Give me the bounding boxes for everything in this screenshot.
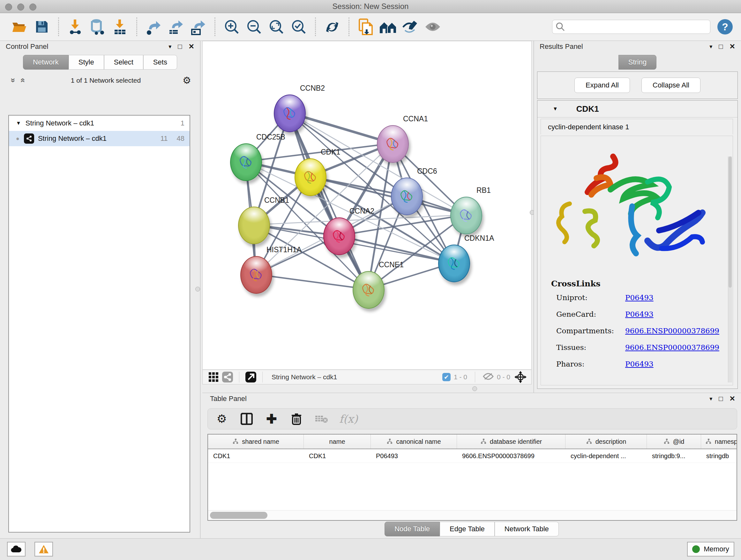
splitter-handle[interactable]	[472, 386, 477, 391]
network-collection-row[interactable]: ▼ String Network – cdk1 1	[9, 116, 190, 131]
help-button[interactable]: ?	[718, 19, 733, 35]
network-row[interactable]: ● String Network – cdk1 11 48	[9, 131, 190, 146]
collapse-all-networks-icon[interactable]: »	[17, 78, 27, 82]
delete-column-trash-icon[interactable]	[289, 412, 304, 426]
table-panel-splitter[interactable]	[202, 384, 532, 393]
network-edge[interactable]	[256, 274, 368, 289]
apply-layout-icon[interactable]	[323, 18, 341, 36]
selected-items-checkbox[interactable]: ✔	[442, 373, 451, 381]
section-expander-icon[interactable]: ▼	[553, 106, 558, 112]
close-window-button[interactable]	[5, 3, 12, 10]
crosslink-compartments-link[interactable]: 9606.ENSP00000378699	[625, 327, 719, 335]
tab-string[interactable]: String	[618, 55, 657, 70]
node-navigation-crosshair-icon[interactable]	[514, 370, 528, 384]
network-canvas[interactable]: CCNB2CCNA1CDC25BCDK1CDC6RB1CCNB1CCNA2CDK…	[202, 41, 532, 370]
network-node-CCNA1[interactable]	[377, 125, 409, 163]
create-column-plus-icon[interactable]: ✚	[265, 412, 279, 426]
network-edge[interactable]	[289, 113, 368, 289]
show-columns-icon[interactable]	[240, 412, 254, 426]
tab-node-table[interactable]: Node Table	[385, 522, 440, 537]
column-header-description[interactable]: description	[565, 435, 647, 449]
tab-network[interactable]: Network	[23, 55, 69, 70]
memory-button[interactable]: Memory	[687, 542, 734, 557]
network-overview-icon[interactable]	[220, 370, 234, 384]
left-splitter-handle[interactable]	[195, 287, 200, 292]
column-header-database-identifier[interactable]: database identifier	[457, 435, 565, 449]
close-panel-icon[interactable]: ✕	[730, 43, 735, 51]
tab-select[interactable]: Select	[104, 55, 143, 70]
maximize-panel-icon[interactable]: □	[178, 43, 182, 51]
network-node-CDC25B[interactable]	[230, 143, 262, 181]
tree-expander-icon[interactable]: ▼	[16, 120, 21, 126]
column-header-name[interactable]: name	[304, 435, 371, 449]
network-node-CDC6[interactable]	[391, 178, 423, 215]
tab-network-table[interactable]: Network Table	[495, 522, 559, 537]
float-panel-icon[interactable]: ▾	[169, 43, 172, 50]
table-cell[interactable]: stringdb:9...	[647, 449, 701, 462]
crosslink-genecard-link[interactable]: P06493	[625, 310, 654, 318]
table-options-gear-icon[interactable]: ⚙	[215, 412, 229, 426]
open-session-icon[interactable]	[10, 18, 28, 36]
float-panel-icon[interactable]: ▾	[710, 43, 712, 50]
network-options-gear-icon[interactable]: ⚙	[183, 75, 191, 86]
network-node-CCNB2[interactable]	[274, 95, 306, 132]
float-panel-icon[interactable]: ▾	[710, 395, 712, 402]
table-cell[interactable]: stringdb	[701, 449, 737, 462]
close-panel-icon[interactable]: ✕	[189, 43, 194, 51]
home-networks-icon[interactable]	[379, 18, 397, 36]
column-header-canonical-name[interactable]: canonical name	[371, 435, 457, 449]
results-scrollbar[interactable]	[728, 157, 732, 382]
expand-all-networks-icon[interactable]: »	[8, 78, 18, 82]
close-panel-icon[interactable]: ✕	[730, 395, 735, 403]
crosslink-pharos-link[interactable]: P06493	[625, 360, 654, 368]
import-network-from-database-icon[interactable]	[89, 18, 107, 36]
network-node-RB1[interactable]	[450, 197, 482, 234]
crosslink-uniprot-link[interactable]: P06493	[625, 294, 654, 302]
crosslink-tissues-link[interactable]: 9606.ENSP00000378699	[625, 343, 719, 352]
scrollbar-thumb[interactable]	[210, 512, 267, 519]
export-network-icon[interactable]	[145, 18, 162, 36]
grid-view-icon[interactable]	[206, 370, 220, 384]
table-row[interactable]: CDK1CDK1P064939606.ENSP00000378699cyclin…	[208, 449, 737, 463]
table-cell[interactable]: CDK1	[304, 449, 371, 462]
export-image-icon[interactable]	[189, 18, 207, 36]
table-cell[interactable]: cyclin-dependent ...	[565, 449, 647, 462]
copy-documents-icon[interactable]	[357, 18, 375, 36]
expand-all-button[interactable]: Expand All	[575, 78, 630, 93]
network-edge[interactable]	[339, 236, 454, 263]
tab-edge-table[interactable]: Edge Table	[440, 522, 495, 537]
tab-sets[interactable]: Sets	[143, 55, 177, 70]
tab-style[interactable]: Style	[69, 55, 104, 70]
network-node-CCNB1[interactable]	[238, 206, 270, 244]
network-node-CCNA2[interactable]	[323, 217, 355, 255]
zoom-out-icon[interactable]	[245, 18, 263, 36]
save-session-icon[interactable]	[33, 18, 51, 36]
zoom-selected-icon[interactable]	[290, 18, 308, 36]
zoom-in-icon[interactable]	[223, 18, 241, 36]
network-node-CDKN1A[interactable]	[438, 245, 470, 282]
maximize-panel-icon[interactable]: □	[719, 43, 723, 51]
cloud-status-button[interactable]	[7, 542, 25, 557]
column-header-shared-name[interactable]: shared name	[208, 435, 304, 449]
import-network-from-file-icon[interactable]	[66, 18, 84, 36]
network-node-CCNE1[interactable]	[353, 271, 385, 309]
zoom-window-button[interactable]	[29, 3, 37, 10]
search-input[interactable]	[552, 20, 711, 34]
collapse-all-button[interactable]: Collapse All	[642, 78, 700, 93]
zoom-fit-icon[interactable]	[267, 18, 285, 36]
minimize-window-button[interactable]	[17, 3, 24, 10]
column-header--id[interactable]: @id	[647, 435, 701, 449]
column-header-namespace[interactable]: namespace	[701, 435, 737, 449]
warnings-button[interactable]	[35, 542, 53, 557]
import-table-from-file-icon[interactable]	[111, 18, 129, 36]
toggle-graphics-details-icon[interactable]	[401, 18, 419, 36]
export-table-icon[interactable]	[167, 18, 185, 36]
maximize-panel-icon[interactable]: □	[719, 395, 723, 403]
network-node-HIST1H1A[interactable]	[240, 256, 272, 294]
left-splitter[interactable]	[200, 41, 202, 538]
table-cell[interactable]: P06493	[371, 449, 457, 462]
table-horizontal-scrollbar[interactable]	[208, 510, 737, 520]
network-node-CDK1[interactable]	[294, 159, 327, 196]
table-cell[interactable]: 9606.ENSP00000378699	[457, 449, 565, 462]
search-field[interactable]	[568, 23, 707, 31]
